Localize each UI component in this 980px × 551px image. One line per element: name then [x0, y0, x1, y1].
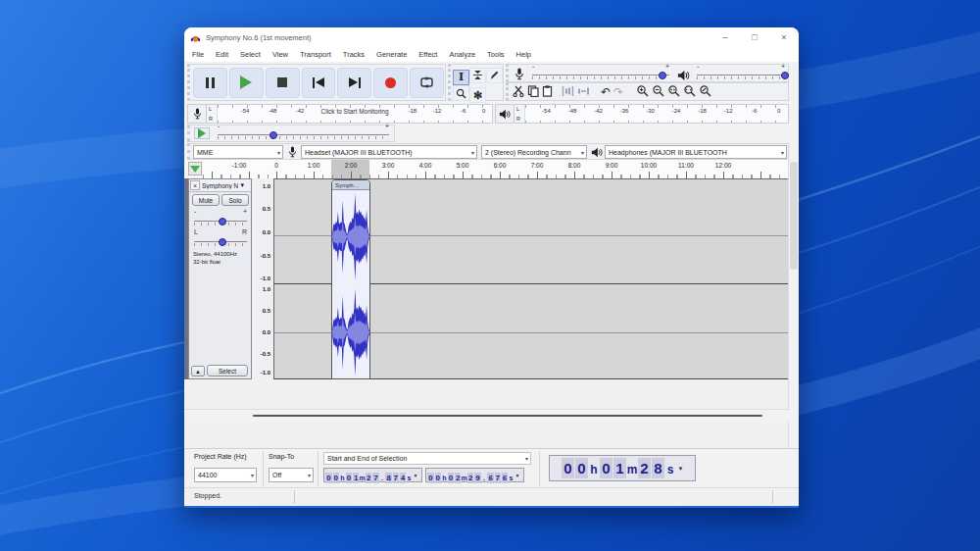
playback-meter-toolbar[interactable]: L R -54 -48 -42 -36 -30 -24 -18 -12 -6 0: [495, 104, 789, 124]
fit-selection-button[interactable]: [667, 83, 680, 101]
audio-position-display[interactable]: 00h01m28s ▼: [549, 455, 696, 481]
zoom-in-button[interactable]: [636, 83, 649, 101]
menu-edit[interactable]: Edit: [210, 50, 234, 59]
vertical-scale-ruler[interactable]: 1.0 0.5 0.0 -0.5 -1.0 1.0 0.5 0.0 -0.5 -…: [252, 178, 274, 379]
meter-tick: 0: [777, 108, 780, 114]
mute-button[interactable]: Mute: [192, 194, 220, 206]
playback-device-select[interactable]: Headphones (MAJOR III BLUETOOTH ▾: [605, 145, 787, 159]
play-icon: [240, 75, 252, 89]
track-select-button[interactable]: Select: [207, 365, 248, 376]
gain-slider[interactable]: - +: [194, 215, 247, 226]
menu-file[interactable]: File: [186, 50, 210, 59]
timeline-options-button[interactable]: [188, 162, 202, 175]
recording-device-select[interactable]: Headset (MAJOR III BLUETOOTH) ▾: [301, 145, 477, 159]
record-button[interactable]: [373, 68, 408, 98]
collapse-track-button[interactable]: ▲: [191, 366, 205, 376]
meter-tick: -48: [269, 108, 277, 114]
selection-tool-button[interactable]: I: [453, 70, 469, 85]
playback-meter-scale[interactable]: -54 -48 -42 -36 -30 -24 -18 -12 -6 0: [525, 105, 788, 123]
play-at-speed-button[interactable]: [194, 127, 210, 139]
vertical-scrollbar[interactable]: [788, 160, 799, 448]
undo-button[interactable]: ↶: [601, 86, 611, 98]
horizontal-scrollbar-thumb[interactable]: [253, 415, 762, 417]
playback-volume-thumb[interactable]: [781, 72, 789, 79]
snap-to-select[interactable]: Off ▾: [269, 468, 314, 482]
menu-bar: File Edit Select View Transport Tracks G…: [184, 47, 799, 63]
maximize-button[interactable]: □: [740, 27, 769, 47]
field-dropdown-icon[interactable]: ▼: [414, 473, 418, 478]
redo-button[interactable]: ↷: [613, 86, 623, 98]
timeline-label: 2:00: [345, 162, 358, 169]
recording-meter-toolbar[interactable]: L R -54 -48 -42 Click to Start Monitorin…: [187, 104, 493, 124]
selection-end-field[interactable]: 00h02m29.676s ▼: [425, 468, 524, 482]
loop-button[interactable]: [410, 68, 444, 98]
menu-view[interactable]: View: [267, 50, 294, 59]
recording-meter-scale[interactable]: -54 -48 -42 Click to Start Monitoring -1…: [218, 105, 492, 123]
paste-button[interactable]: [542, 83, 553, 101]
copy-button[interactable]: [527, 83, 539, 101]
vertical-scrollbar-thumb[interactable]: [790, 162, 798, 270]
audio-clip[interactable]: Symph...: [331, 179, 370, 379]
draw-tool-button[interactable]: [486, 68, 503, 83]
pan-slider[interactable]: L R: [194, 235, 247, 247]
field-dropdown-icon[interactable]: ▼: [515, 473, 520, 478]
minimize-button[interactable]: –: [710, 27, 740, 47]
trim-outside-selection-button[interactable]: [562, 83, 574, 101]
field-dropdown-icon[interactable]: ▼: [678, 466, 684, 472]
menu-transport[interactable]: Transport: [294, 50, 337, 59]
play-speed-thumb[interactable]: [270, 131, 277, 139]
close-button[interactable]: ×: [769, 27, 799, 47]
skip-to-end-button[interactable]: [337, 68, 371, 98]
timeline-label: 3:00: [382, 162, 395, 169]
timeline-ruler[interactable]: -1:00 0 1:00 2:00 3:00 4:00 5:00 6:00 7:…: [203, 160, 789, 178]
selection-mode-select[interactable]: Start and End of Selection ▾: [323, 452, 531, 465]
skip-to-start-button[interactable]: [302, 68, 336, 98]
menu-analyze[interactable]: Analyze: [443, 50, 481, 59]
audio-host-select[interactable]: MME ▾: [193, 145, 283, 159]
track-name[interactable]: Symphony N: [202, 182, 238, 189]
pause-button[interactable]: [193, 68, 227, 98]
track-control-panel[interactable]: × Symphony N ▼ Mute Solo - + L R: [188, 178, 252, 379]
menu-select[interactable]: Select: [234, 50, 267, 59]
recording-channels-select[interactable]: 2 (Stereo) Recording Chann ▾: [481, 145, 587, 159]
track-menu-arrow-icon[interactable]: ▼: [239, 182, 245, 188]
waveform-left-channel: [332, 191, 369, 282]
status-message: Stopped.: [194, 492, 221, 499]
fit-project-button[interactable]: [683, 83, 696, 101]
silence-selection-button[interactable]: [577, 83, 590, 101]
playback-meter-speaker-icon[interactable]: [496, 105, 514, 123]
waveform-lane[interactable]: Symph...: [274, 178, 789, 379]
playback-volume-slider[interactable]: - +: [697, 69, 785, 80]
stop-button[interactable]: [266, 68, 300, 98]
project-rate-select[interactable]: 44100 ▾: [194, 468, 257, 482]
pause-icon: [206, 77, 215, 88]
recording-volume-thumb[interactable]: [659, 72, 666, 79]
track-close-button[interactable]: ×: [190, 180, 200, 190]
recording-volume-slider[interactable]: - +: [532, 69, 669, 80]
menu-help[interactable]: Help: [511, 50, 537, 59]
menu-tools[interactable]: Tools: [481, 50, 511, 59]
clip-header[interactable]: Symph...: [332, 180, 369, 190]
multi-tool-button[interactable]: ✻: [469, 87, 486, 103]
gain-thumb[interactable]: [219, 218, 226, 225]
play-button[interactable]: [229, 68, 264, 98]
solo-button[interactable]: Solo: [221, 194, 249, 206]
timeline-label: 9:00: [606, 162, 618, 169]
monitoring-text[interactable]: Click to Start Monitoring: [321, 108, 389, 115]
selection-start-field[interactable]: 00h01m27.874s ▼: [323, 468, 422, 482]
zoom-toggle-button[interactable]: [699, 83, 711, 101]
horizontal-scrollbar[interactable]: [184, 409, 789, 422]
zoom-out-button[interactable]: [652, 83, 664, 101]
pan-thumb[interactable]: [219, 238, 226, 246]
title-bar[interactable]: Symphony No.6 (1st movement) – □ ×: [184, 27, 799, 47]
envelope-tool-button[interactable]: [469, 68, 486, 83]
menu-generate[interactable]: Generate: [370, 50, 413, 59]
play-speed-slider[interactable]: - +: [218, 128, 389, 140]
vruler-label: 0.5: [263, 206, 270, 212]
slider-plus-label: +: [665, 63, 669, 70]
recording-meter-mic-icon[interactable]: [188, 105, 207, 123]
cut-button[interactable]: [513, 83, 524, 101]
zoom-tool-button[interactable]: [453, 85, 469, 101]
menu-tracks[interactable]: Tracks: [337, 50, 370, 59]
menu-effect[interactable]: Effect: [413, 50, 443, 59]
